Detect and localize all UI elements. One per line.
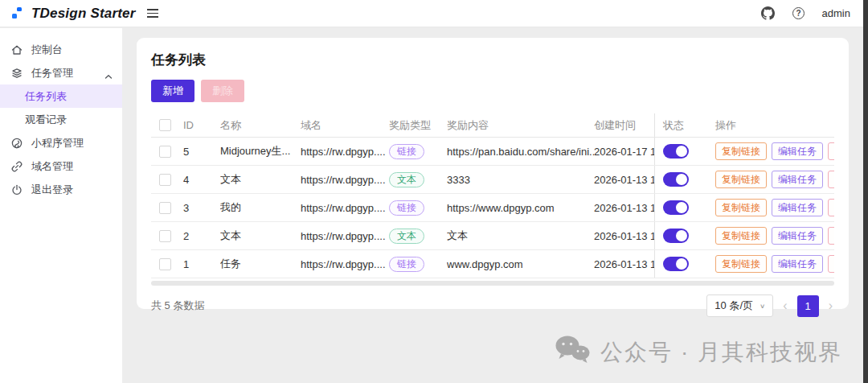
- cell-reward-content: www.dpgyp.com: [447, 258, 594, 270]
- col-header-name: 名称: [220, 118, 301, 133]
- reward-type-tag: 链接: [389, 200, 424, 216]
- cell-domain: https://rw.dpgyp....: [301, 230, 389, 242]
- cell-reward-content: 文本: [447, 229, 594, 243]
- cell-reward-content: https://www.dpgyp.com: [447, 202, 594, 214]
- status-toggle[interactable]: [663, 257, 689, 271]
- horizontal-scrollbar[interactable]: [151, 281, 834, 286]
- task-list-card: 任务列表 新增 删除 ID 名称 域名 奖励类型 奖励内容 创建时间 状态 操作…: [137, 38, 849, 309]
- cell-id: 3: [183, 202, 220, 214]
- col-header-domain: 域名: [301, 118, 389, 133]
- sidebar-label: 观看记录: [25, 113, 67, 127]
- cell-created: 2026-01-17 10: [594, 146, 654, 158]
- table-row: 3 我的 https://rw.dpgyp.... 链接 https://www…: [151, 194, 834, 222]
- page-size-select[interactable]: 10 条/页 ∨: [706, 294, 773, 317]
- copy-link-button[interactable]: 复制链接: [715, 227, 767, 245]
- cell-name: Midjourney生...: [220, 144, 301, 159]
- copy-link-button[interactable]: 复制链接: [715, 255, 767, 273]
- view-data-button[interactable]: 查看数据: [828, 199, 834, 216]
- cell-id: 5: [183, 146, 220, 158]
- sidebar: 控制台 任务管理 任务列表 观看记录 小程序管理 域名管理 退出登录: [0, 28, 122, 383]
- logo-icon: [11, 6, 23, 21]
- add-button[interactable]: 新增: [151, 80, 194, 102]
- edit-task-button[interactable]: 编辑任务: [772, 255, 823, 273]
- cell-id: 2: [183, 230, 220, 242]
- chevron-down-icon: ∨: [760, 303, 765, 310]
- task-table: ID 名称 域名 奖励类型 奖励内容 创建时间 状态 操作 5 Midjourn…: [151, 113, 834, 278]
- col-header-created: 创建时间: [594, 118, 654, 133]
- sidebar-item-task-list[interactable]: 任务列表: [0, 84, 122, 108]
- pagination: 10 条/页 ∨ ‹ 1 ›: [706, 294, 834, 317]
- cell-domain: https://rw.dpgyp....: [301, 146, 389, 158]
- select-all-checkbox[interactable]: [159, 119, 171, 131]
- view-data-button[interactable]: 查看数据: [828, 142, 834, 160]
- username[interactable]: admin: [822, 7, 850, 19]
- table-row: 5 Midjourney生... https://rw.dpgyp.... 链接…: [151, 138, 834, 166]
- cell-reward-content: https://pan.baidu.com/share/ini...: [447, 146, 594, 158]
- sidebar-item-miniprogram-mgmt[interactable]: 小程序管理: [0, 131, 122, 154]
- table-row: 2 文本 https://rw.dpgyp.... 文本 文本 2026-01-…: [151, 222, 834, 250]
- cell-created: 2026-01-13 12: [594, 174, 654, 186]
- help-icon[interactable]: ?: [792, 6, 806, 21]
- home-icon: [10, 43, 23, 56]
- edit-task-button[interactable]: 编辑任务: [772, 199, 823, 216]
- total-count: 共 5 条数据: [151, 299, 204, 313]
- table-row: 1 任务 https://rw.dpgyp.... 链接 www.dpgyp.c…: [151, 250, 834, 278]
- status-toggle[interactable]: [663, 229, 689, 243]
- link-icon: [10, 160, 23, 173]
- table-header-row: ID 名称 域名 奖励类型 奖励内容 创建时间 状态 操作: [151, 113, 834, 138]
- copy-link-button[interactable]: 复制链接: [715, 142, 767, 160]
- cell-id: 4: [183, 174, 220, 186]
- view-data-button[interactable]: 查看数据: [828, 227, 834, 245]
- cell-domain: https://rw.dpgyp....: [301, 258, 389, 270]
- logo-text: TDesign Starter: [31, 6, 136, 22]
- sidebar-label: 退出登录: [31, 183, 73, 197]
- status-toggle[interactable]: [663, 200, 689, 215]
- sidebar-label: 控制台: [31, 43, 63, 57]
- row-checkbox[interactable]: [159, 202, 171, 214]
- copy-link-button[interactable]: 复制链接: [715, 171, 767, 188]
- watermark: 公众号 · 月其科技视界: [554, 334, 842, 370]
- edit-task-button[interactable]: 编辑任务: [772, 227, 823, 245]
- copy-link-button[interactable]: 复制链接: [715, 199, 767, 216]
- layers-icon: [10, 67, 23, 80]
- col-header-reward-content: 奖励内容: [447, 118, 594, 133]
- vertical-scrollbar[interactable]: [863, 0, 868, 383]
- row-checkbox[interactable]: [159, 174, 171, 186]
- sidebar-item-task-mgmt[interactable]: 任务管理: [0, 61, 122, 84]
- cell-name: 任务: [220, 257, 301, 271]
- edit-task-button[interactable]: 编辑任务: [772, 142, 823, 160]
- sidebar-item-logout[interactable]: 退出登录: [0, 178, 122, 201]
- reward-type-tag: 文本: [389, 172, 424, 187]
- prev-page-button[interactable]: ‹: [781, 299, 788, 312]
- cell-domain: https://rw.dpgyp....: [301, 174, 389, 186]
- sidebar-item-watch-records[interactable]: 观看记录: [0, 108, 122, 131]
- hamburger-icon[interactable]: [147, 6, 162, 21]
- sidebar-item-console[interactable]: 控制台: [0, 38, 122, 61]
- wechat-icon: [554, 334, 591, 370]
- cell-domain: https://rw.dpgyp....: [301, 202, 389, 214]
- page-size-value: 10 条/页: [714, 299, 753, 313]
- view-data-button[interactable]: 查看数据: [828, 255, 834, 273]
- next-page-button[interactable]: ›: [827, 299, 834, 312]
- cell-created: 2026-01-13 12: [594, 202, 654, 214]
- github-icon[interactable]: [761, 6, 776, 21]
- status-toggle[interactable]: [663, 144, 689, 159]
- miniprogram-icon: [10, 137, 23, 150]
- page-title: 任务列表: [151, 51, 834, 69]
- status-toggle[interactable]: [663, 172, 689, 187]
- cell-name: 文本: [220, 229, 301, 243]
- col-header-reward-type: 奖励类型: [389, 118, 447, 133]
- cell-name: 我的: [220, 200, 301, 215]
- current-page-button[interactable]: 1: [797, 295, 819, 317]
- row-checkbox[interactable]: [159, 258, 171, 270]
- cell-created: 2026-01-13 11: [594, 258, 654, 270]
- sidebar-label: 小程序管理: [31, 136, 84, 150]
- row-checkbox[interactable]: [159, 230, 171, 242]
- edit-task-button[interactable]: 编辑任务: [772, 171, 823, 188]
- row-checkbox[interactable]: [159, 146, 171, 158]
- sidebar-item-domain-mgmt[interactable]: 域名管理: [0, 154, 122, 178]
- view-data-button[interactable]: 查看数据: [828, 171, 834, 188]
- cell-id: 1: [183, 258, 220, 270]
- delete-button[interactable]: 删除: [201, 80, 244, 102]
- col-header-actions: 操作: [701, 118, 834, 133]
